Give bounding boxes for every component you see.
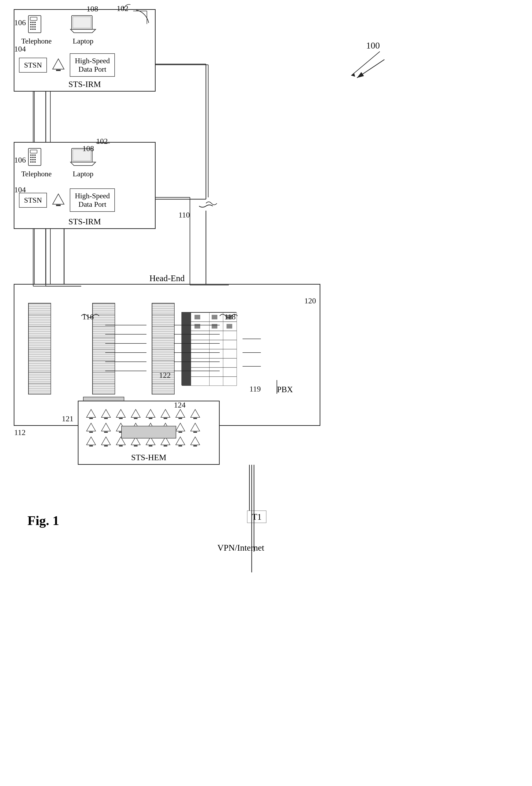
svg-rect-39 <box>32 24 34 25</box>
diagram-container: Telephone Laptop STSN <box>0 0 532 786</box>
port-15 <box>175 422 186 433</box>
port-24 <box>190 436 201 447</box>
ref-120: 120 <box>304 297 316 305</box>
port-10 <box>100 422 112 433</box>
head-end-label: Head-End <box>149 273 185 283</box>
t1-label: T1 <box>247 511 266 523</box>
svg-rect-42 <box>32 26 34 27</box>
svg-rect-126 <box>164 418 167 419</box>
svg-rect-99 <box>182 313 191 386</box>
ref-104-1: 104 <box>14 45 26 53</box>
svg-rect-44 <box>30 29 31 30</box>
stsn-row-1: STSN High-SpeedData Port <box>19 53 115 77</box>
svg-rect-52 <box>30 150 37 153</box>
svg-rect-68 <box>56 205 61 206</box>
svg-marker-119 <box>116 409 125 417</box>
svg-rect-158 <box>164 445 167 446</box>
pbx-device <box>182 312 236 385</box>
sts-irm-label-1: STS-IRM <box>68 79 101 89</box>
svg-rect-55 <box>34 155 36 156</box>
svg-marker-125 <box>161 409 170 417</box>
telephone-label-1: Telephone <box>21 37 52 45</box>
svg-rect-122 <box>134 418 138 419</box>
svg-marker-159 <box>176 437 185 445</box>
svg-marker-131 <box>87 423 96 431</box>
svg-rect-124 <box>149 418 152 419</box>
port-18 <box>100 436 112 447</box>
rack-unit-116 <box>28 303 51 394</box>
stsn-box-1: STSN <box>19 58 47 73</box>
svg-rect-35 <box>30 22 31 23</box>
laptop-label-1: Laptop <box>69 37 97 45</box>
svg-rect-130 <box>193 418 197 419</box>
ref-102-top: 102 <box>117 4 128 13</box>
irm-box-2: Telephone Laptop STSN High-Spe <box>14 142 155 229</box>
svg-rect-43 <box>34 26 36 27</box>
svg-marker-147 <box>87 437 96 445</box>
svg-rect-118 <box>104 418 108 419</box>
svg-rect-59 <box>30 159 31 160</box>
telephone-icon-1 <box>26 15 47 35</box>
svg-rect-162 <box>193 445 197 446</box>
svg-marker-129 <box>191 409 200 417</box>
stsn-row-2: STSN High-SpeedData Port <box>19 188 115 212</box>
svg-rect-80 <box>93 303 115 394</box>
svg-rect-57 <box>32 157 34 158</box>
svg-marker-67 <box>53 194 64 204</box>
ref-108-2: 108 <box>82 144 94 153</box>
svg-rect-60 <box>32 159 34 160</box>
sts-irm-label-2: STS-IRM <box>68 217 101 227</box>
laptop-icon-1 <box>69 15 97 35</box>
svg-rect-41 <box>30 26 31 27</box>
telephone-label-2: Telephone <box>21 170 52 178</box>
svg-marker-123 <box>146 409 155 417</box>
svg-marker-115 <box>87 409 96 417</box>
svg-rect-56 <box>30 157 31 158</box>
svg-rect-110 <box>212 315 217 319</box>
port-2 <box>100 408 112 420</box>
ref-118: 118 <box>224 313 236 321</box>
ref-112: 112 <box>14 428 26 437</box>
telephone-icon-2 <box>26 147 47 168</box>
ref-108-1: 108 <box>87 5 98 13</box>
ref-121: 121 <box>62 414 73 423</box>
svg-rect-89 <box>152 303 175 394</box>
data-port-box-2: High-SpeedData Port <box>70 188 115 212</box>
ref-106-1: 106 <box>14 18 26 27</box>
port-6 <box>160 408 171 420</box>
rack-unit-122 <box>92 303 115 394</box>
svg-marker-145 <box>191 423 200 431</box>
pbx-label: PBX <box>277 385 293 394</box>
port-8 <box>190 408 201 420</box>
svg-rect-116 <box>89 418 93 419</box>
fig-label: Fig. 1 <box>27 513 59 528</box>
svg-rect-154 <box>134 445 138 446</box>
svg-rect-48 <box>73 17 91 28</box>
port-icon-1 <box>51 58 65 72</box>
svg-rect-46 <box>34 29 36 30</box>
svg-marker-49 <box>53 59 64 69</box>
ref-119: 119 <box>249 385 261 393</box>
svg-rect-120 <box>119 418 123 419</box>
port-5 <box>145 408 156 420</box>
svg-rect-113 <box>212 324 217 328</box>
port-3 <box>115 408 126 420</box>
port-17 <box>86 436 97 447</box>
connector-block-121 <box>121 426 176 438</box>
ref-104-2: 104 <box>14 185 26 194</box>
svg-rect-156 <box>149 445 152 446</box>
port-icon-2 <box>51 193 65 207</box>
svg-rect-53 <box>30 155 31 156</box>
svg-marker-194 <box>351 73 355 77</box>
svg-rect-146 <box>193 432 197 433</box>
laptop-area-1: Laptop <box>69 15 97 45</box>
svg-rect-50 <box>56 70 61 71</box>
svg-rect-114 <box>226 324 232 328</box>
svg-rect-62 <box>30 161 31 163</box>
svg-rect-112 <box>194 324 200 328</box>
svg-marker-143 <box>176 423 185 431</box>
port-4 <box>130 408 141 420</box>
svg-rect-152 <box>119 445 123 446</box>
svg-rect-54 <box>32 155 34 156</box>
laptop-label-2: Laptop <box>69 170 97 178</box>
